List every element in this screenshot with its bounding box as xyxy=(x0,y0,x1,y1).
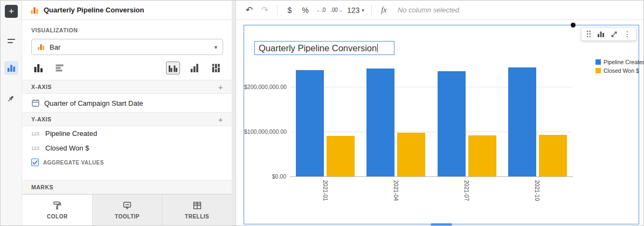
x-axis-section-label: X-AXIS xyxy=(31,84,52,90)
annotate-pin-button[interactable] xyxy=(4,92,18,106)
viz-type-icon xyxy=(30,6,39,15)
paint-roller-icon xyxy=(52,201,62,210)
tab-tooltip[interactable]: TOOLTIP xyxy=(92,195,162,225)
y-axis-field-row-2[interactable]: 123 Closed Won $ xyxy=(23,141,232,155)
bar-closed-won-[interactable] xyxy=(539,135,567,176)
chart-type-icon[interactable] xyxy=(597,30,605,38)
format-toolbar: ↶ ↷ $ % ←.0 .00→ 123 ▾ fx No column sele… xyxy=(237,1,643,20)
y-axis-tick-label: $0.00 xyxy=(244,173,286,180)
bar-pipeline-created[interactable] xyxy=(508,67,536,176)
aggregate-checkbox[interactable] xyxy=(31,159,39,166)
tab-tooltip-label: TOOLTIP xyxy=(115,214,140,220)
chart-title-text: Quarterly Pipeline Conversion xyxy=(259,43,377,53)
y-axis-field-label-1: Pipeline Created xyxy=(45,129,97,138)
toolbar-separator xyxy=(371,5,372,16)
tooltip-bubble-icon xyxy=(122,201,132,210)
bar-closed-won-[interactable] xyxy=(468,135,496,176)
tab-trellis[interactable]: TRELLIS xyxy=(162,195,232,225)
x-axis-field-label: Quarter of Campaign Start Date xyxy=(44,99,143,107)
left-rail: + xyxy=(1,1,22,225)
aggregate-values-label: AGGREGATE VALUES xyxy=(43,160,104,166)
grouped-bars-button[interactable] xyxy=(166,61,180,74)
marks-tabs: COLOR TOOLTIP TRELLIS xyxy=(23,194,232,225)
panel-canvas-divider xyxy=(232,1,236,225)
selection-dot xyxy=(571,23,576,28)
increase-decimal-icon[interactable]: .00→ xyxy=(329,3,344,17)
add-element-button[interactable]: + xyxy=(5,5,18,18)
vertical-bars-button[interactable] xyxy=(31,61,45,74)
x-axis-section-header: X-AXIS + xyxy=(23,80,232,94)
tab-color-label: COLOR xyxy=(47,214,68,220)
resize-handle[interactable] xyxy=(431,223,452,225)
chart-title-input[interactable]: Quarterly Pipeline Conversion xyxy=(254,41,394,55)
bar-pipeline-created[interactable] xyxy=(366,69,394,177)
text-caret xyxy=(377,44,378,52)
number-type-icon: 123 xyxy=(31,146,41,151)
currency-format-icon[interactable]: $ xyxy=(282,3,297,17)
bar-closed-won-[interactable] xyxy=(397,133,425,176)
kebab-menu-icon[interactable]: ⋮ xyxy=(624,30,631,38)
page-elements-icon xyxy=(7,37,16,45)
y-axis-section-label: Y-AXIS xyxy=(31,116,51,122)
y-axis-tick-label: $200,000,000.00 xyxy=(244,84,286,90)
legend-item: Pipeline Created xyxy=(595,59,644,65)
chevron-down-icon: ▾ xyxy=(214,44,217,50)
number-format-label: 123 xyxy=(347,6,359,15)
aggregate-values-row[interactable]: AGGREGATE VALUES xyxy=(23,155,232,169)
page-elements-button[interactable] xyxy=(4,34,18,48)
add-x-axis-column-button[interactable]: + xyxy=(218,83,223,91)
horizontal-bars-button[interactable] xyxy=(53,61,67,74)
gridline xyxy=(290,176,573,177)
element-mini-toolbar: ⋮ xyxy=(581,27,636,41)
bar-pipeline-created[interactable] xyxy=(296,70,324,176)
tab-color[interactable]: COLOR xyxy=(23,195,92,225)
x-axis-field-row[interactable]: Quarter of Campaign Start Date xyxy=(23,94,232,112)
y-axis-section-header: Y-AXIS + xyxy=(23,112,232,126)
chart-orientation-toolbar xyxy=(31,61,223,74)
legend-swatch xyxy=(595,68,601,73)
formula-fx-icon: fx xyxy=(377,3,391,17)
undo-icon[interactable]: ↶ xyxy=(242,3,257,17)
workbook-page: ⋮ Quarterly Pipeline Conversion Pipeline… xyxy=(237,20,643,225)
legend: Pipeline CreatedClosed Won $ xyxy=(595,59,644,76)
app-window: + xyxy=(0,0,644,226)
number-type-icon: 123 xyxy=(31,131,41,136)
grouped-bars-icon xyxy=(168,64,178,72)
x-axis-tick-label: 2021-10 xyxy=(534,180,541,201)
x-axis-tick-label: 2021-01 xyxy=(322,180,329,201)
bar-pipeline-created[interactable] xyxy=(438,71,466,176)
formula-bar[interactable]: No column selected xyxy=(392,3,638,17)
y-axis-field-label-2: Closed Won $ xyxy=(45,144,89,152)
horizontal-bars-icon xyxy=(56,64,64,72)
stacked-100-bars-button[interactable] xyxy=(209,61,223,74)
y-axis-field-row-1[interactable]: 123 Pipeline Created xyxy=(23,126,232,141)
add-y-axis-column-button[interactable]: + xyxy=(218,115,223,124)
viz-type-dropdown[interactable]: Bar ▾ xyxy=(31,39,223,55)
bar-closed-won-[interactable] xyxy=(327,136,355,176)
percent-format-icon[interactable]: % xyxy=(298,3,313,17)
tab-trellis-label: TRELLIS xyxy=(185,214,209,220)
canvas: ↶ ↷ $ % ←.0 .00→ 123 ▾ fx No column sele… xyxy=(237,1,643,225)
y-axis-tick-label: $100,000,000.00 xyxy=(244,128,286,135)
redo-icon[interactable]: ↷ xyxy=(258,3,272,17)
ascending-bars-button[interactable] xyxy=(188,61,202,74)
stacked-100-bars-icon xyxy=(212,64,220,72)
marks-section-header: MARKS xyxy=(23,180,232,194)
bar-viz-icon xyxy=(37,43,45,51)
element-panel: Quarterly Pipeline Conversion VISUALIZAT… xyxy=(23,1,232,225)
legend-label: Pipeline Created xyxy=(604,59,644,65)
number-format-dropdown[interactable]: 123 ▾ xyxy=(345,3,366,17)
panel-header: Quarterly Pipeline Conversion xyxy=(23,1,232,20)
x-axis-tick-label: 2021-04 xyxy=(393,180,399,201)
legend-item: Closed Won $ xyxy=(595,67,644,74)
maximize-icon[interactable] xyxy=(611,31,618,38)
ascending-bars-icon xyxy=(190,64,199,72)
decrease-decimal-icon[interactable]: ←.0 xyxy=(314,3,328,17)
chart-element[interactable]: ⋮ Quarterly Pipeline Conversion Pipeline… xyxy=(244,25,639,224)
drag-handle-icon[interactable] xyxy=(586,30,591,38)
calendar-icon xyxy=(31,99,40,107)
chevron-down-icon: ▾ xyxy=(362,8,364,13)
panel-title: Quarterly Pipeline Conversion xyxy=(44,6,144,14)
visualizations-button[interactable] xyxy=(4,61,18,75)
check-icon xyxy=(32,160,38,165)
